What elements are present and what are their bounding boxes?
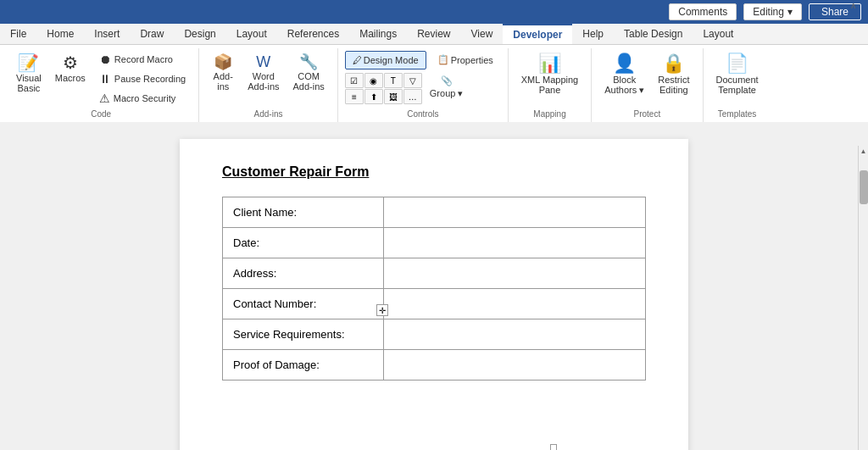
addins-group: 📦 Add-ins W WordAdd-ins 🔧 COMAdd-ins Add… bbox=[199, 48, 338, 122]
macros-button[interactable]: ⚙ Macros bbox=[49, 50, 92, 87]
contact-number-label: Contact Number: bbox=[223, 289, 384, 319]
tab-view[interactable]: View bbox=[461, 24, 504, 44]
page: Customer Repair Form ✛ Client Name: Date… bbox=[180, 139, 688, 450]
restrict-editing-button[interactable]: 🔒 RestrictEditing bbox=[652, 50, 695, 99]
service-requirements-value[interactable] bbox=[383, 319, 645, 350]
title-bar: Comments Editing ▾ Share bbox=[0, 0, 868, 24]
controls-group-items: 🖊 Design Mode 📋 Properties ☑ ◉ T ▽ ≡ ⬆ 🖼 bbox=[345, 50, 501, 108]
ctrl-combo[interactable]: ▽ bbox=[403, 73, 422, 88]
block-authors-button[interactable]: 👤 BlockAuthors ▾ bbox=[598, 50, 650, 100]
design-mode-icon: 🖊 bbox=[353, 55, 362, 65]
xml-mapping-pane-button[interactable]: 📊 XML MappingPane bbox=[515, 50, 584, 99]
tab-help[interactable]: Help bbox=[572, 24, 614, 44]
ctrl-image[interactable]: 🖼 bbox=[384, 89, 403, 104]
ctrl-more[interactable]: … bbox=[403, 89, 422, 104]
design-mode-button[interactable]: 🖊 Design Mode bbox=[345, 51, 426, 69]
templates-group: 📄 DocumentTemplate Templates bbox=[704, 48, 771, 122]
table-row: Address: bbox=[223, 258, 646, 289]
document-template-button[interactable]: 📄 DocumentTemplate bbox=[710, 50, 765, 99]
document-title: Customer Repair Form bbox=[222, 164, 646, 180]
mapping-group: 📊 XML MappingPane Mapping bbox=[509, 48, 592, 122]
editing-label: Editing bbox=[753, 6, 784, 18]
templates-group-items: 📄 DocumentTemplate bbox=[710, 50, 765, 108]
pause-icon: ⏸ bbox=[99, 72, 111, 86]
table-resize-handle[interactable] bbox=[550, 444, 557, 450]
tab-layout[interactable]: Layout bbox=[226, 24, 277, 44]
ctrl-list[interactable]: ≡ bbox=[345, 89, 364, 104]
proof-of-damage-value[interactable] bbox=[383, 350, 645, 381]
document-area: Customer Repair Form ✛ Client Name: Date… bbox=[0, 122, 868, 450]
mapping-group-items: 📊 XML MappingPane bbox=[515, 50, 584, 108]
group-icon: 📎 bbox=[441, 75, 453, 86]
addins-group-label: Add-ins bbox=[254, 108, 283, 120]
properties-button[interactable]: 📋 Properties bbox=[430, 50, 501, 69]
record-macro-button[interactable]: ⏺ Record Macro bbox=[93, 50, 192, 69]
editing-dropdown[interactable]: Editing ▾ bbox=[743, 3, 802, 20]
com-addins-icon: 🔧 bbox=[299, 54, 318, 69]
date-value[interactable] bbox=[383, 228, 645, 258]
date-label: Date: bbox=[223, 228, 384, 258]
security-icon: ⚠ bbox=[99, 92, 110, 105]
tab-draw[interactable]: Draw bbox=[130, 24, 174, 44]
tab-developer[interactable]: Developer bbox=[503, 24, 572, 44]
word-add-ins-button[interactable]: W WordAdd-ins bbox=[242, 50, 285, 96]
tab-file[interactable]: File bbox=[0, 24, 36, 44]
com-add-ins-button[interactable]: 🔧 COMAdd-ins bbox=[287, 50, 331, 96]
scroll-up-button[interactable]: ▲ bbox=[859, 146, 868, 157]
tab-review[interactable]: Review bbox=[407, 24, 460, 44]
ctrl-checkbox[interactable]: ☑ bbox=[345, 73, 364, 88]
block-authors-icon: 👤 bbox=[613, 54, 636, 73]
tab-design[interactable]: Design bbox=[174, 24, 225, 44]
restrict-editing-icon: 🔒 bbox=[662, 54, 685, 73]
table-row: Service Requirements: bbox=[223, 319, 646, 350]
ctrl-radio[interactable]: ◉ bbox=[364, 73, 383, 88]
controls-buttons-grid: ☑ ◉ T ▽ ≡ ⬆ 🖼 … bbox=[345, 73, 422, 104]
visual-basic-button[interactable]: 📝 VisualBasic bbox=[10, 50, 47, 97]
table-move-handle[interactable]: ✛ bbox=[376, 304, 388, 316]
record-icon: ⏺ bbox=[99, 53, 111, 66]
visual-basic-icon: 📝 bbox=[18, 54, 39, 71]
controls-group-label: Controls bbox=[407, 108, 438, 120]
code-group: 📝 VisualBasic ⚙ Macros ⏺ Record Macro ⏸ … bbox=[3, 48, 199, 122]
table-row: Contact Number: bbox=[223, 289, 646, 319]
client-name-label: Client Name: bbox=[223, 197, 384, 228]
macro-options: ⏺ Record Macro ⏸ Pause Recording ⚠ Macro… bbox=[93, 50, 192, 108]
ribbon-tabs: File Home Insert Draw Design Layout Refe… bbox=[0, 24, 868, 45]
table-row: Proof of Damage: bbox=[223, 350, 646, 381]
tab-home[interactable]: Home bbox=[36, 24, 84, 44]
add-ins-button[interactable]: 📦 Add-ins bbox=[206, 50, 240, 96]
pause-recording-button[interactable]: ⏸ Pause Recording bbox=[93, 69, 192, 88]
address-value[interactable] bbox=[383, 258, 645, 289]
protect-group-label: Protect bbox=[634, 108, 661, 120]
tab-references[interactable]: References bbox=[277, 24, 349, 44]
group-button[interactable]: 📎 Group ▾ bbox=[424, 73, 470, 104]
tab-mailings[interactable]: Mailings bbox=[349, 24, 407, 44]
ribbon-content: 📝 VisualBasic ⚙ Macros ⏺ Record Macro ⏸ … bbox=[0, 45, 868, 122]
document-template-icon: 📄 bbox=[726, 54, 748, 73]
service-requirements-label: Service Requirements: bbox=[223, 319, 384, 350]
table-row: Date: bbox=[223, 228, 646, 258]
ribbon-collapse-icon[interactable]: ∧ bbox=[848, 0, 858, 10]
code-group-label: Code bbox=[91, 108, 111, 120]
protect-group: 👤 BlockAuthors ▾ 🔒 RestrictEditing Prote… bbox=[592, 48, 703, 122]
contact-number-value[interactable] bbox=[383, 289, 645, 319]
form-table: Client Name: Date: Address: Contact Numb… bbox=[222, 197, 646, 381]
comments-button[interactable]: Comments bbox=[669, 3, 737, 20]
addins-icon: 📦 bbox=[214, 54, 232, 69]
ctrl-spin[interactable]: ⬆ bbox=[364, 89, 383, 104]
table-row: Client Name: bbox=[223, 197, 646, 228]
macro-security-button[interactable]: ⚠ Macro Security bbox=[93, 89, 192, 108]
tab-insert[interactable]: Insert bbox=[84, 24, 130, 44]
code-group-items: 📝 VisualBasic ⚙ Macros ⏺ Record Macro ⏸ … bbox=[10, 50, 192, 108]
scrollbar: ▲ ▼ bbox=[858, 146, 868, 450]
addins-group-items: 📦 Add-ins W WordAdd-ins 🔧 COMAdd-ins bbox=[206, 50, 331, 108]
tab-layout2[interactable]: Layout bbox=[693, 24, 743, 44]
protect-group-items: 👤 BlockAuthors ▾ 🔒 RestrictEditing bbox=[598, 50, 695, 108]
client-name-value[interactable] bbox=[383, 197, 645, 228]
ctrl-text[interactable]: T bbox=[384, 73, 403, 88]
xml-mapping-icon: 📊 bbox=[538, 54, 561, 73]
scroll-thumb[interactable] bbox=[860, 170, 868, 204]
address-label: Address: bbox=[223, 258, 384, 289]
tab-table-design[interactable]: Table Design bbox=[614, 24, 693, 44]
controls-group: 🖊 Design Mode 📋 Properties ☑ ◉ T ▽ ≡ ⬆ 🖼 bbox=[338, 48, 509, 122]
